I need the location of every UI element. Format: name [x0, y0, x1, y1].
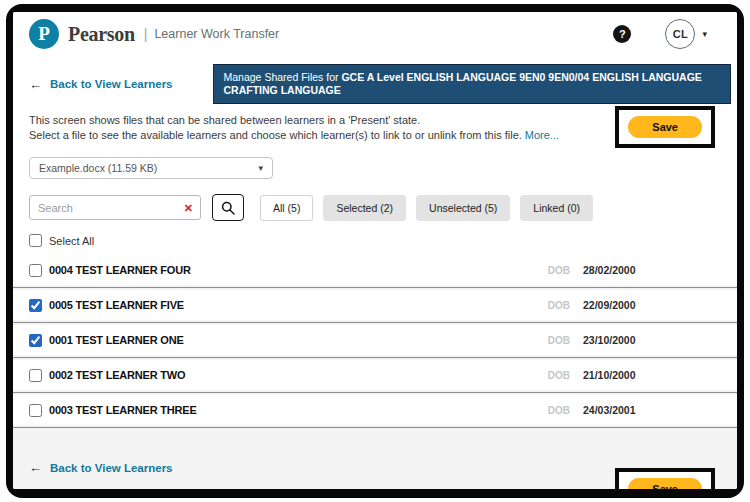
back-link-label: Back to View Learners [50, 462, 173, 474]
filter-chip[interactable]: Linked (0) [520, 195, 593, 221]
learner-name: 0002 TEST LEARNER TWO [49, 369, 548, 381]
clear-search-icon[interactable]: ✕ [184, 202, 193, 213]
back-arrow-icon: ← [29, 460, 42, 475]
dob-value: 22/09/2000 [583, 299, 647, 311]
select-all-checkbox[interactable] [29, 234, 42, 247]
learner-row: 0002 TEST LEARNER TWO DOB 21/10/2000 [13, 360, 737, 390]
pearson-logo-letter: P [38, 24, 50, 43]
learner-name: 0003 TEST LEARNER THREE [49, 404, 548, 416]
help-icon[interactable]: ? [613, 25, 631, 43]
account-menu[interactable]: CL ▾ [665, 19, 707, 49]
row-divider [13, 320, 737, 325]
row-divider [13, 390, 737, 395]
back-link-label: Back to View Learners [50, 78, 173, 90]
learner-checkbox[interactable] [29, 369, 42, 382]
brand-divider: | [144, 26, 148, 42]
dob-label: DOB [548, 405, 570, 416]
filter-group: All (5)Selected (2)Unselected (5)Linked … [260, 195, 593, 221]
more-link[interactable]: More... [525, 129, 559, 141]
page-title-banner: Manage Shared Files for GCE A Level ENGL… [213, 64, 731, 104]
intro-line-2: Select a file to see the available learn… [29, 128, 617, 143]
row-divider [13, 285, 737, 290]
save-highlight-box-top: Save [615, 106, 715, 148]
learner-row-group: 0003 TEST LEARNER THREE DOB 24/03/2001 [13, 395, 737, 430]
dob-value: 21/10/2000 [583, 369, 647, 381]
learner-row: 0005 TEST LEARNER FIVE DOB 22/09/2000 [13, 290, 737, 320]
dob-label: DOB [548, 265, 570, 276]
learner-row: 0003 TEST LEARNER THREE DOB 24/03/2001 [13, 395, 737, 425]
learner-checkbox[interactable] [29, 264, 42, 277]
filter-chip[interactable]: Unselected (5) [416, 195, 510, 221]
save-button-top[interactable]: Save [628, 116, 702, 138]
row-divider [13, 355, 737, 360]
filter-chip[interactable]: All (5) [260, 195, 313, 221]
learner-row-group: 0004 TEST LEARNER FOUR DOB 28/02/2000 [13, 255, 737, 290]
chevron-down-icon[interactable]: ▾ [702, 29, 707, 39]
avatar[interactable]: CL [665, 19, 695, 49]
learner-row: 0001 TEST LEARNER ONE DOB 23/10/2000 [13, 325, 737, 355]
app-header: P Pearson | Learner Work Transfer ? CL ▾ [13, 12, 737, 56]
save-button-bottom[interactable]: Save [628, 478, 702, 489]
learner-checkbox[interactable] [29, 334, 42, 347]
app-footer: ← Back to View Learners Save [13, 430, 737, 489]
select-all-label: Select All [49, 235, 94, 247]
intro-section: This screen shows files that can be shar… [13, 104, 737, 143]
learner-name: 0005 TEST LEARNER FIVE [49, 299, 548, 311]
intro-line-1: This screen shows files that can be shar… [29, 113, 617, 128]
learner-row-group: 0005 TEST LEARNER FIVE DOB 22/09/2000 [13, 290, 737, 325]
file-row: Example.docx (11.59 KB) ▾ [13, 143, 737, 179]
search-input[interactable] [29, 195, 201, 220]
file-select-dropdown[interactable]: Example.docx (11.59 KB) ▾ [29, 157, 273, 179]
dob-value: 23/10/2000 [583, 334, 647, 346]
dob-label: DOB [548, 335, 570, 346]
dropdown-caret-icon: ▾ [258, 163, 263, 173]
dob-value: 24/03/2001 [583, 404, 647, 416]
learner-row: 0004 TEST LEARNER FOUR DOB 28/02/2000 [13, 255, 737, 285]
search-row: ✕ All (5)Selected (2)Unselected (5)Linke… [13, 179, 737, 221]
pearson-logo-icon: P [29, 19, 59, 49]
dob-label: DOB [548, 370, 570, 381]
search-icon [221, 201, 235, 215]
back-to-view-learners-link-top[interactable]: ← Back to View Learners [29, 77, 173, 92]
intro-line-2-text: Select a file to see the available learn… [29, 129, 522, 141]
select-all-row: Select All [13, 221, 737, 255]
save-highlight-box-bottom: Save [615, 468, 715, 489]
back-arrow-icon: ← [29, 77, 42, 92]
screenshot-frame: P Pearson | Learner Work Transfer ? CL ▾… [6, 4, 744, 498]
app-window: P Pearson | Learner Work Transfer ? CL ▾… [13, 12, 737, 489]
brand-name: Pearson [68, 23, 135, 46]
search-wrap: ✕ [29, 195, 201, 220]
learner-checkbox[interactable] [29, 404, 42, 417]
nav-banner-row: ← Back to View Learners Manage Shared Fi… [13, 56, 737, 104]
learner-row-group: 0001 TEST LEARNER ONE DOB 23/10/2000 [13, 325, 737, 360]
learner-name: 0001 TEST LEARNER ONE [49, 334, 548, 346]
learner-list: 0004 TEST LEARNER FOUR DOB 28/02/2000 00… [13, 255, 737, 430]
learner-row-group: 0002 TEST LEARNER TWO DOB 21/10/2000 [13, 360, 737, 395]
learner-name: 0004 TEST LEARNER FOUR [49, 264, 548, 276]
file-select-value: Example.docx (11.59 KB) [39, 162, 157, 174]
search-button[interactable] [212, 194, 244, 221]
learner-checkbox[interactable] [29, 299, 42, 312]
banner-prefix: Manage Shared Files for [224, 71, 342, 83]
dob-label: DOB [548, 300, 570, 311]
dob-value: 28/02/2000 [583, 264, 647, 276]
product-name: Learner Work Transfer [154, 27, 279, 41]
filter-chip[interactable]: Selected (2) [323, 195, 406, 221]
